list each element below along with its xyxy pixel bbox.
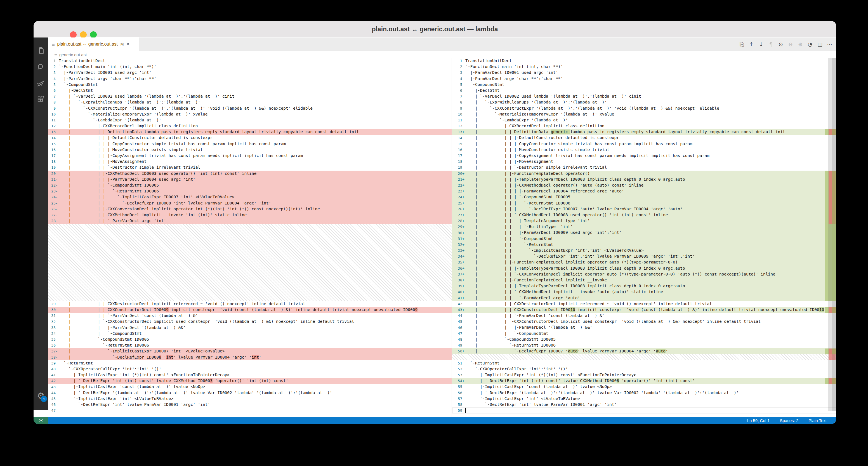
code-line[interactable]: 19 | | | `-Destructor simple irrelevant … [48,164,452,170]
code-line[interactable]: 27- | | |-CXXMethodDecl implicit __invok… [48,212,452,218]
code-line[interactable]: 18 | | | |-MoveAssignment [48,159,452,164]
code-line[interactable]: 6 |-DeclStmt [48,88,452,93]
code-line[interactable]: 36+ | | | |-TemplateTypeParmDecl ID0003 … [452,266,836,271]
open-timeline-icon[interactable]: ◔ [807,41,813,47]
code-line[interactable]: 15 | | | |-CopyConstructor simple trivia… [452,141,836,147]
code-line[interactable]: 1TranslationUnitDecl [48,58,452,64]
code-line[interactable]: 30- | | |-CXXConstructorDecl ID0009 impl… [48,307,452,313]
code-line[interactable]: 21- | | | |-ParmVarDecl ID0004 used argc… [48,177,452,182]
code-line[interactable]: 33+ | | | `-ImplicitCastExpr 'int':'int'… [452,248,836,253]
code-line[interactable]: 17 | | | |-CopyAssignment trivial has_co… [452,153,836,159]
editor-sash[interactable] [452,58,452,417]
code-line[interactable]: 9 | `-CXXConstructExpr '(lambda at )':'(… [48,105,452,111]
code-line[interactable]: 45 | | `-CXXConstructorDecl implicit use… [452,319,836,324]
code-line[interactable]: 34 | | `-CompoundStmt [48,331,452,337]
code-line[interactable]: 49 | `-ReturnStmt ID0006 [452,342,836,348]
code-line[interactable]: 11 | `-LambdaExpr '(lambda at )' [48,117,452,123]
code-line[interactable]: 44 | | | `-ParmVarDecl 'const (lambda at… [452,313,836,319]
search-icon[interactable] [34,60,48,74]
code-line[interactable]: 58 `-DeclRefExpr 'int' lvalue ParmVar ID… [452,402,836,408]
code-line[interactable]: 39 `-ReturnStmt [48,360,452,366]
code-line[interactable]: 22+ | | | |-CXXMethodDecl operator() 'au… [452,182,836,188]
code-line[interactable]: 29+ | | | | `-BuiltinType 'int' [452,224,836,230]
code-line[interactable]: 38- | `-DeclRefExpr ID0008 'int' lvalue … [48,354,452,360]
code-line[interactable]: 37+ | | | `-CXXConversionDecl implicit o… [452,271,836,277]
code-line[interactable]: 28- | | | `-ParmVarDecl argc 'int' [48,218,452,224]
code-line[interactable]: 2`-FunctionDecl main 'int (int, char **)… [452,64,836,70]
open-file-icon[interactable]: ⎘ [739,41,745,48]
code-line[interactable]: 18 | | | |-MoveAssignment [452,159,836,164]
tab-diff-editor[interactable]: ≣ plain.out.ast ⇔ generic.out.ast M × [48,37,139,51]
code-line[interactable]: 41+ | | | `-ParmVarDecl argc 'auto' [452,295,836,301]
code-line[interactable]: 2`-FunctionDecl main 'int (int, char **)… [48,64,452,70]
code-line[interactable]: 51 `-ReturnStmt [452,360,836,366]
code-line[interactable]: 31+ | | | `-CompoundStmt [452,236,836,242]
run-and-debug-icon[interactable] [34,76,48,91]
code-line[interactable]: 10 | `-MaterializeTemporaryExpr '(lambda… [452,111,836,117]
more-actions-icon[interactable]: ⋯ [827,41,833,47]
code-line[interactable]: 32 | | `-CXXConstructorDecl implicit use… [48,319,452,324]
code-line[interactable]: 56 | `-DeclRefExpr '(lambda at )':'(lamb… [452,390,836,396]
split-editor-icon[interactable]: ◫ [817,41,823,47]
code-line[interactable]: 31 | | | `-ParmVarDecl 'const (lambda at… [48,313,452,319]
status-language[interactable]: Plain Text [808,418,827,423]
code-line[interactable]: 19 | | | `-Destructor simple irrelevant … [452,164,836,170]
code-line[interactable]: 55 |-ImplicitCastExpr 'const (lambda at … [452,384,836,390]
code-line[interactable]: 40+ | | | `-CXXMethodDecl implicit __inv… [452,289,836,295]
code-line[interactable]: 48 | `-CompoundStmt ID0005 [452,337,836,342]
code-line[interactable]: 11 | `-LambdaExpr '(lambda at )' [452,117,836,123]
code-line[interactable]: 16 | | | |-MoveConstructor exists simple… [48,147,452,153]
code-line[interactable]: 59 [452,408,836,413]
code-line[interactable]: 34+ | | | `-DeclRefExpr 'int':'int' lval… [452,253,836,259]
code-line[interactable]: 5 `-CompoundStmt [452,82,836,88]
code-line[interactable]: 8 | `-ExprWithCleanups '(lambda at )':'(… [452,99,836,105]
code-line[interactable]: 24- | | | `-ImplicitCastExpr ID0007 'int… [48,194,452,200]
code-line[interactable]: 5 `-CompoundStmt [48,82,452,88]
code-line[interactable]: 43 |-ImplicitCastExpr 'const (lambda at … [48,384,452,390]
code-line[interactable]: 1TranslationUnitDecl [452,58,836,64]
previous-change-icon[interactable]: ↑ [748,41,754,47]
code-line[interactable]: 36 | `-ReturnStmt ID0006 [48,342,452,348]
code-line[interactable]: 46 | | |-ParmVarDecl '(lambda at ) &&' [452,324,836,330]
code-line[interactable]: 20- | | |-CXXMethodDecl ID0003 used oper… [48,170,452,177]
overview-ruler-right[interactable] [825,58,836,417]
status-spaces[interactable]: Spaces: 2 [780,418,799,423]
code-line[interactable]: 47 [48,408,452,413]
code-line[interactable]: 42- | `-DeclRefExpr 'int (int) const' lv… [48,378,452,384]
code-line[interactable]: 13+ | | |-DefinitionData generic lambda … [452,129,836,135]
code-line[interactable]: 20+ | | |-FunctionTemplateDecl operator(… [452,170,836,177]
code-line[interactable]: 42 | | |-CXXDestructorDecl implicit refe… [452,301,836,307]
code-line[interactable]: 15 | | | |-CopyConstructor simple trivia… [48,141,452,147]
code-line[interactable]: 16 | | | |-MoveConstructor exists simple… [452,147,836,153]
code-line[interactable]: 35 | `-CompoundStmt ID0005 [48,337,452,342]
code-line[interactable]: 23+ | | | | |-ParmVarDecl ID0004 referen… [452,188,836,194]
code-line[interactable]: 8 | `-ExprWithCleanups '(lambda at )':'(… [48,99,452,105]
code-line[interactable]: 7 | `-VarDecl ID0002 used lambda '(lambd… [452,93,836,99]
code-line[interactable]: 14 | | | |-DefaultConstructor defaulted_… [48,135,452,141]
code-line[interactable]: 24+ | | | | `-CompoundStmt ID0005 [452,194,836,200]
original-editor[interactable]: 1TranslationUnitDecl2`-FunctionDecl main… [48,58,452,417]
code-line[interactable]: 26- | | |-CXXConversionDecl implicit ope… [48,206,452,212]
code-line[interactable]: 35+ | | |-FunctionTemplateDecl implicit … [452,259,836,265]
swap-sides-icon[interactable]: ⊙ [778,41,784,47]
code-line[interactable]: 22- | | | `-CompoundStmt ID0005 [48,182,452,188]
code-line[interactable]: 3 |-ParmVarDecl ID0001 used argc 'int' [452,70,836,75]
manage-gear-icon[interactable]: ⚙ 1 [34,389,48,403]
code-line[interactable]: 52 `-CXXOperatorCallExpr 'int':'int' '()… [452,366,836,372]
code-line[interactable]: 32+ | | | `-ReturnStmt [452,242,836,248]
code-line[interactable]: 6 |-DeclStmt [452,88,836,93]
next-change-icon[interactable]: ↓ [758,41,764,47]
code-line[interactable]: 40 `-CXXOperatorCallExpr 'int':'int' '()… [48,366,452,372]
code-line[interactable]: 53 |-ImplicitCastExpr 'int (*)(int) cons… [452,372,836,378]
code-line[interactable]: 44 | `-DeclRefExpr '(lambda at )':'(lamb… [48,390,452,396]
code-line[interactable]: 4 |-ParmVarDecl argv 'char **':'char **' [48,76,452,82]
code-line[interactable]: 25+ | | | | `-ReturnStmt ID0006 [452,200,836,206]
code-line[interactable]: 33 | | |-ParmVarDecl '(lambda at ) &&' [48,325,452,331]
code-line[interactable]: 14 | | | |-DefaultConstructor defaulted_… [452,135,836,141]
code-line[interactable]: 50+ | `-DeclRefExpr ID0007 'auto' lvalue… [452,348,836,354]
code-line[interactable]: 13- | | |-DefinitionData lambda pass_in_… [48,129,452,135]
code-line[interactable]: 45 `-ImplicitCastExpr 'int' <LValueToRVa… [48,396,452,402]
extensions-icon[interactable] [34,92,48,107]
code-line[interactable]: 28+ | | | |-TemplateArgument type 'int' [452,218,836,224]
code-line[interactable]: 57 `-ImplicitCastExpr 'int' <LValueToRVa… [452,396,836,402]
